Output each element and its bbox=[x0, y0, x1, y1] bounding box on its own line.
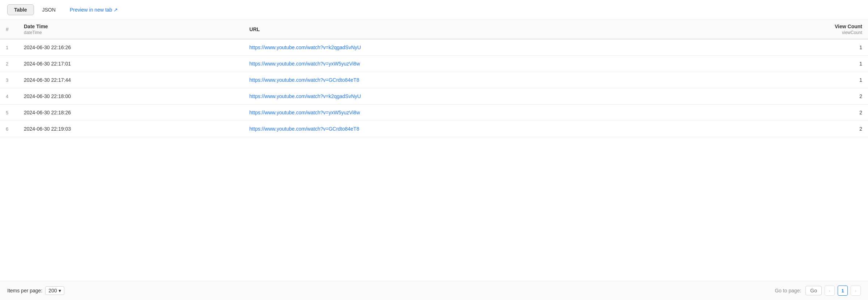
cell-index: 3 bbox=[0, 72, 18, 88]
items-per-page-select[interactable]: 200 ▾ bbox=[45, 286, 64, 295]
table-header-row: # Date Time dateTime URL View Count view… bbox=[0, 20, 868, 39]
table-container: # Date Time dateTime URL View Count view… bbox=[0, 20, 868, 281]
table-row: 42024-06-30 22:18:00https://www.youtube.… bbox=[0, 88, 868, 105]
preview-link-label: Preview in new tab bbox=[70, 7, 112, 13]
col-header-index: # bbox=[0, 20, 18, 39]
footer: Items per page: 200 ▾ Go to page: Go ‹ 1… bbox=[0, 281, 868, 300]
table-row: 52024-06-30 22:18:26https://www.youtube.… bbox=[0, 105, 868, 121]
url-link[interactable]: https://www.youtube.com/watch?v=k2qgadSv… bbox=[249, 45, 361, 50]
url-link[interactable]: https://www.youtube.com/watch?v=GCrdto84… bbox=[249, 126, 359, 132]
data-table: # Date Time dateTime URL View Count view… bbox=[0, 20, 868, 137]
next-page-button[interactable]: › bbox=[851, 286, 861, 296]
tab-table-button[interactable]: Table bbox=[7, 4, 34, 15]
cell-viewcount: 2 bbox=[718, 121, 868, 137]
url-link[interactable]: https://www.youtube.com/watch?v=yxW5yuzV… bbox=[249, 110, 360, 115]
cell-viewcount: 2 bbox=[718, 105, 868, 121]
table-row: 12024-06-30 22:16:26https://www.youtube.… bbox=[0, 39, 868, 56]
cell-index: 6 bbox=[0, 121, 18, 137]
col-header-datetime: Date Time dateTime bbox=[18, 20, 244, 39]
cell-index: 4 bbox=[0, 88, 18, 105]
cell-datetime: 2024-06-30 22:16:26 bbox=[18, 39, 244, 56]
url-link[interactable]: https://www.youtube.com/watch?v=yxW5yuzV… bbox=[249, 61, 360, 67]
current-page-badge: 1 bbox=[838, 286, 848, 296]
url-link[interactable]: https://www.youtube.com/watch?v=GCrdto84… bbox=[249, 77, 359, 83]
col-header-viewcount: View Count viewCount bbox=[718, 20, 868, 39]
cell-viewcount: 2 bbox=[718, 88, 868, 105]
cell-datetime: 2024-06-30 22:17:01 bbox=[18, 56, 244, 72]
chevron-down-icon: ▾ bbox=[59, 288, 61, 293]
cell-url: https://www.youtube.com/watch?v=GCrdto84… bbox=[244, 121, 718, 137]
page-wrapper: Table JSON Preview in new tab ↗ # Date T… bbox=[0, 0, 868, 300]
table-body: 12024-06-30 22:16:26https://www.youtube.… bbox=[0, 39, 868, 137]
table-row: 32024-06-30 22:17:44https://www.youtube.… bbox=[0, 72, 868, 88]
cell-viewcount: 1 bbox=[718, 56, 868, 72]
cell-datetime: 2024-06-30 22:18:26 bbox=[18, 105, 244, 121]
col-header-url: URL bbox=[244, 20, 718, 39]
cell-viewcount: 1 bbox=[718, 72, 868, 88]
prev-page-button[interactable]: ‹ bbox=[825, 286, 835, 296]
cell-url: https://www.youtube.com/watch?v=GCrdto84… bbox=[244, 72, 718, 88]
pagination-controls: Go to page: Go ‹ 1 › bbox=[775, 286, 861, 296]
tab-json-button[interactable]: JSON bbox=[35, 4, 63, 15]
items-per-page-section: Items per page: 200 ▾ bbox=[7, 286, 64, 295]
cell-url: https://www.youtube.com/watch?v=yxW5yuzV… bbox=[244, 105, 718, 121]
items-per-page-value: 200 bbox=[48, 288, 57, 293]
table-row: 62024-06-30 22:19:03https://www.youtube.… bbox=[0, 121, 868, 137]
cell-index: 1 bbox=[0, 39, 18, 56]
external-link-icon: ↗ bbox=[114, 7, 118, 13]
cell-index: 5 bbox=[0, 105, 18, 121]
cell-index: 2 bbox=[0, 56, 18, 72]
toolbar: Table JSON Preview in new tab ↗ bbox=[0, 0, 868, 20]
preview-new-tab-link[interactable]: Preview in new tab ↗ bbox=[70, 7, 118, 13]
cell-datetime: 2024-06-30 22:18:00 bbox=[18, 88, 244, 105]
cell-url: https://www.youtube.com/watch?v=k2qgadSv… bbox=[244, 88, 718, 105]
items-per-page-label: Items per page: bbox=[7, 288, 42, 293]
go-button[interactable]: Go bbox=[805, 286, 822, 295]
cell-datetime: 2024-06-30 22:19:03 bbox=[18, 121, 244, 137]
cell-viewcount: 1 bbox=[718, 39, 868, 56]
cell-url: https://www.youtube.com/watch?v=yxW5yuzV… bbox=[244, 56, 718, 72]
cell-datetime: 2024-06-30 22:17:44 bbox=[18, 72, 244, 88]
table-row: 22024-06-30 22:17:01https://www.youtube.… bbox=[0, 56, 868, 72]
go-to-page-label: Go to page: bbox=[775, 288, 801, 293]
url-link[interactable]: https://www.youtube.com/watch?v=k2qgadSv… bbox=[249, 93, 361, 99]
cell-url: https://www.youtube.com/watch?v=k2qgadSv… bbox=[244, 39, 718, 56]
